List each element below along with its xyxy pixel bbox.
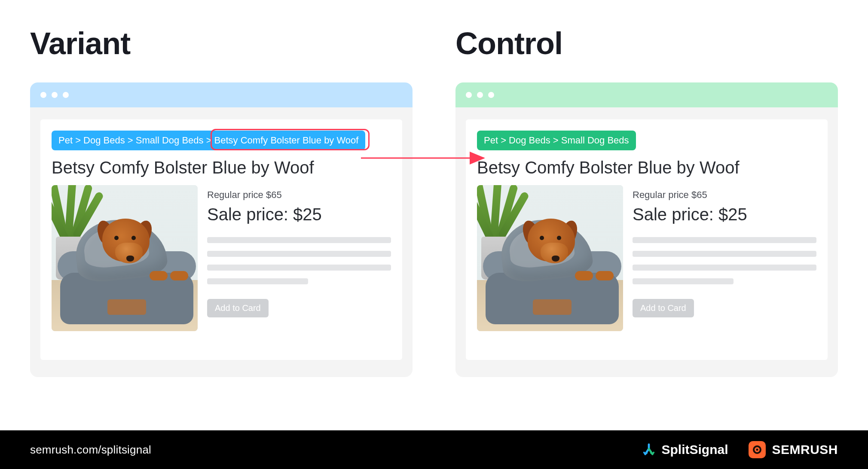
dog-icon — [523, 219, 588, 274]
control-browser-topbar — [455, 82, 838, 107]
dog-bed-photo — [52, 185, 198, 331]
variant-browser-window: Pet > Dog Beds > Small Dog Beds > Betsy … — [30, 82, 413, 377]
variant-add-to-cart-button[interactable]: Add to Card — [207, 299, 269, 317]
footer-url: semrush.com/splitsignal — [30, 443, 151, 457]
variant-breadcrumb-wrap: Pet > Dog Beds > Small Dog Beds > Betsy … — [52, 131, 365, 150]
description-placeholder — [633, 237, 816, 284]
text-line-placeholder — [633, 265, 816, 271]
variant-browser-body: Pet > Dog Beds > Small Dog Beds > Betsy … — [30, 107, 413, 377]
text-line-placeholder — [207, 251, 391, 257]
text-line-placeholder — [633, 278, 734, 284]
footer-brands: SplitSignal SEMRUSH — [642, 441, 838, 458]
semrush-label: SEMRUSH — [772, 442, 838, 457]
variant-product-row: Regular price $65 Sale price: $25 Add to… — [52, 185, 391, 331]
window-dot-icon — [63, 92, 69, 98]
control-breadcrumb[interactable]: Pet > Dog Beds > Small Dog Beds — [477, 131, 636, 150]
control-browser-window: Pet > Dog Beds > Small Dog Beds Betsy Co… — [455, 82, 838, 377]
splitsignal-logo: SplitSignal — [642, 442, 728, 457]
control-panel: Control Pet > Dog Beds > Small Dog Beds … — [455, 26, 838, 377]
control-browser-body: Pet > Dog Beds > Small Dog Beds Betsy Co… — [455, 107, 838, 377]
variant-sale-price: Sale price: $25 — [207, 205, 391, 224]
control-product-details: Regular price $65 Sale price: $25 Add to… — [633, 185, 816, 317]
dog-bed-photo — [477, 185, 623, 331]
footer-bar: semrush.com/splitsignal SplitSignal — [0, 430, 868, 469]
control-product-title: Betsy Comfy Bolster Blue by Woof — [477, 158, 816, 177]
variant-regular-price: Regular price $65 — [207, 189, 391, 201]
window-dot-icon — [52, 92, 58, 98]
variant-breadcrumb[interactable]: Pet > Dog Beds > Small Dog Beds > Betsy … — [52, 131, 365, 150]
window-dot-icon — [466, 92, 472, 98]
description-placeholder — [207, 237, 391, 284]
variant-browser-topbar — [30, 82, 413, 107]
window-dot-icon — [488, 92, 494, 98]
control-product-row: Regular price $65 Sale price: $25 Add to… — [477, 185, 816, 331]
variant-product-details: Regular price $65 Sale price: $25 Add to… — [207, 185, 391, 317]
semrush-icon — [749, 441, 766, 458]
text-line-placeholder — [207, 278, 308, 284]
splitsignal-label: SplitSignal — [661, 442, 728, 457]
text-line-placeholder — [207, 265, 391, 271]
variant-page: Pet > Dog Beds > Small Dog Beds > Betsy … — [40, 119, 402, 360]
variant-product-title: Betsy Comfy Bolster Blue by Woof — [52, 158, 391, 177]
control-add-to-cart-button[interactable]: Add to Card — [633, 299, 694, 317]
control-product-image — [477, 185, 623, 331]
variant-heading: Variant — [30, 26, 413, 61]
svg-point-2 — [756, 449, 758, 451]
control-heading: Control — [455, 26, 838, 61]
variant-panel: Variant Pet > Dog Beds > Small Dog Beds … — [30, 26, 413, 377]
splitsignal-icon — [642, 443, 655, 456]
control-regular-price: Regular price $65 — [633, 189, 816, 201]
window-dot-icon — [477, 92, 483, 98]
text-line-placeholder — [633, 251, 816, 257]
variant-product-image — [52, 185, 198, 331]
text-line-placeholder — [207, 237, 391, 243]
control-page: Pet > Dog Beds > Small Dog Beds Betsy Co… — [466, 119, 828, 360]
window-dot-icon — [40, 92, 46, 98]
control-sale-price: Sale price: $25 — [633, 205, 816, 224]
dog-icon — [98, 219, 162, 274]
semrush-logo: SEMRUSH — [749, 441, 838, 458]
text-line-placeholder — [633, 237, 816, 243]
